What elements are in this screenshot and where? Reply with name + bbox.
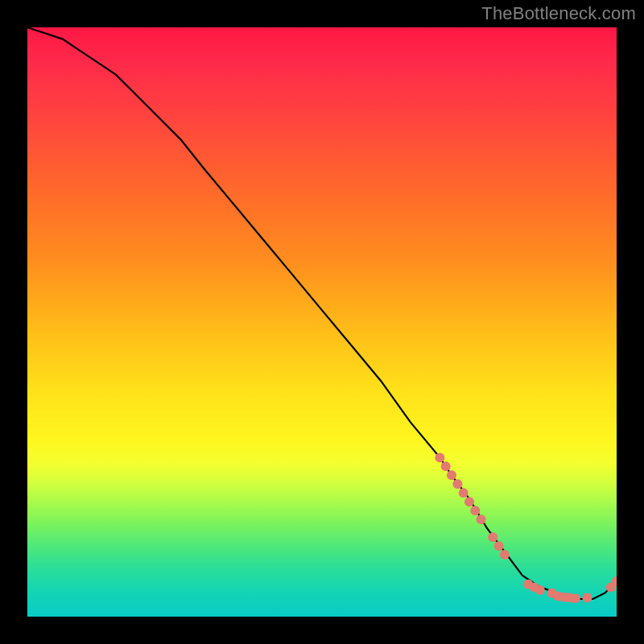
chart-svg <box>27 27 617 617</box>
markers-group <box>435 452 617 603</box>
marker-dot <box>470 506 480 515</box>
marker-dot <box>582 593 592 603</box>
curve-group <box>27 27 617 599</box>
marker-dot <box>464 497 474 506</box>
main-curve <box>27 27 617 599</box>
marker-dot <box>452 479 462 489</box>
marker-dot <box>459 488 469 497</box>
marker-dot <box>500 550 510 559</box>
marker-dot <box>441 461 451 471</box>
marker-dot <box>477 514 486 524</box>
watermark-text: TheBottleneck.com <box>481 3 636 24</box>
plot-area <box>27 27 617 617</box>
marker-dot <box>571 593 580 603</box>
marker-dot <box>535 585 545 595</box>
chart-frame: TheBottleneck.com <box>0 0 644 644</box>
marker-dot <box>435 452 444 462</box>
marker-dot <box>447 470 456 480</box>
marker-dot <box>488 532 497 542</box>
marker-dot <box>494 541 504 551</box>
